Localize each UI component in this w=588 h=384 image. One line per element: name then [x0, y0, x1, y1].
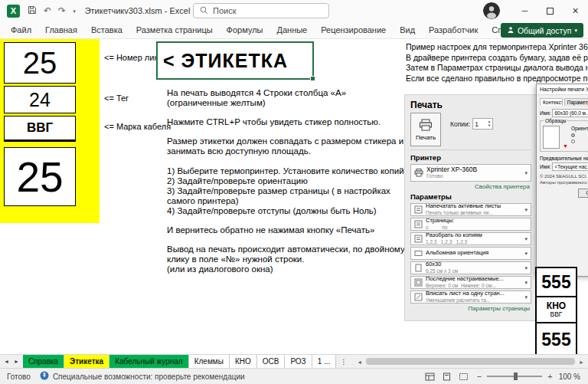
preset-select[interactable]: <Текущие нас...: [552, 162, 588, 171]
zoom-slider[interactable]: [487, 376, 542, 377]
close-button[interactable]: ×: [563, 0, 588, 21]
settings-section-label: Параметры: [410, 192, 531, 201]
dialog-tab-context[interactable]: Контекст: [540, 98, 563, 106]
label-preview-text: КНО: [547, 301, 566, 311]
cell-big-number[interactable]: 25: [4, 147, 76, 206]
orientation-radio[interactable]: [571, 133, 575, 137]
option-line2: Уменьшение расчитать та...: [426, 297, 505, 303]
page-setup-link[interactable]: Параметры страницы: [410, 305, 530, 312]
sheet-tab-kno[interactable]: КНО: [230, 355, 257, 368]
quick-access-toolbar: ↶ ↷ ▾: [28, 4, 76, 18]
horizontal-scrollbar[interactable]: ◄ ►: [355, 356, 586, 366]
print-option-collation[interactable]: Разобрать по копиям1,2,3 1,2,3 1,2,3 ▾: [410, 232, 531, 245]
paper-name-select[interactable]: 60x30 (60,0 м...: [552, 109, 588, 117]
ok-button[interactable]: ОК: [578, 189, 588, 198]
option-line2: Печать только активных ли...: [426, 210, 501, 215]
cell-line-number[interactable]: 25: [4, 42, 76, 84]
dialog-tab-page-setup[interactable]: Параметры стр...: [564, 98, 588, 106]
quick-access-chevron-icon[interactable]: ▾: [73, 8, 76, 14]
option-line1: 60x30: [426, 261, 458, 268]
sheet-tab-spravka[interactable]: Справка: [23, 355, 64, 368]
preset-name-label: Имя:: [540, 164, 550, 169]
share-button[interactable]: Общий доступ ▾: [501, 23, 583, 38]
tab-scroll-left-icon[interactable]: ◄: [4, 359, 9, 364]
sheet-tab-1[interactable]: 1 ...: [312, 355, 337, 368]
dialog-title: Настройки печати Xpr...: [537, 84, 588, 95]
print-option-pages[interactable]: Страницы:с по: [410, 218, 531, 231]
red-arrow-icon: ▼: [563, 143, 568, 149]
tab-scroll-right-icon[interactable]: ►: [14, 359, 19, 364]
option-line2: 1,2,3 1,2,3 1,2,3: [426, 239, 482, 245]
print-button-label: Печать: [416, 134, 436, 141]
sheet-tab-etiketka[interactable]: Этикетка: [64, 355, 109, 368]
more-sheets-icon[interactable]: ⋮: [336, 355, 351, 368]
chevron-down-icon: ▾: [524, 207, 528, 213]
ribbon-tab-insert[interactable]: Вставка: [84, 25, 129, 34]
share-icon: [507, 26, 514, 35]
orientation-radio[interactable]: [571, 139, 575, 143]
print-option-scaling[interactable]: Вписать лист на одну стран...Уменьшение …: [410, 290, 531, 304]
copies-stepper[interactable]: 1 ▲▼: [472, 118, 493, 130]
ribbon-tab-data[interactable]: Данные: [270, 25, 314, 34]
scroll-right-icon[interactable]: ►: [579, 359, 584, 364]
spin-down-icon[interactable]: ▼: [488, 124, 491, 128]
zoom-percentage[interactable]: 100 %: [557, 373, 588, 381]
sheet-tab-osv[interactable]: ОСВ: [257, 355, 286, 368]
chevron-down-icon: ▾: [524, 265, 528, 271]
maximize-button[interactable]: [537, 0, 563, 21]
printer-name: Xprinter XP-360B: [426, 166, 477, 174]
share-label: Общий доступ: [518, 26, 572, 35]
scrollbar-thumb[interactable]: [366, 358, 575, 365]
redo-icon[interactable]: ↷: [58, 6, 66, 15]
instructions-text: На печать выводятся 4 Строки столбца «А»…: [167, 88, 420, 284]
normal-view-button[interactable]: [422, 369, 439, 384]
window-title: Этикетчикv303.xlsm - Excel: [85, 6, 191, 15]
sheet-tab-klemmy[interactable]: Клеммы: [189, 355, 230, 368]
search-input[interactable]: Поиск: [193, 3, 329, 18]
avatar[interactable]: [483, 2, 500, 19]
option-line2: Верхнее: 0 см Нижнее: 0 см...: [426, 283, 504, 288]
accessibility-icon: [40, 371, 49, 382]
sheet-tab-roz[interactable]: РОЗ: [285, 355, 312, 368]
scroll-left-icon[interactable]: ◄: [357, 359, 362, 364]
print-option-orientation[interactable]: Альбомная ориентация ▾: [410, 247, 531, 260]
ribbon-tab-formulas[interactable]: Формулы: [220, 25, 270, 34]
note-line: В драйвере принтера создать бумагу, зада…: [406, 53, 588, 64]
printer-select[interactable]: Xprinter XP-360B Готово ▾: [410, 164, 531, 182]
cell-cable-brand[interactable]: ВВГ: [4, 116, 76, 142]
option-line1: Напечатать активные листы: [426, 203, 501, 210]
option-line1: Страницы:: [426, 218, 454, 225]
zoom-in-icon[interactable]: +: [547, 373, 552, 381]
page-layout-view-button[interactable]: [439, 369, 456, 384]
tab-scroll-nav: ◄ ►: [0, 355, 23, 368]
cell-tag[interactable]: 24: [4, 86, 76, 113]
save-icon[interactable]: [28, 4, 37, 18]
preset-label: Предварительные настр...: [540, 156, 588, 161]
divider: [410, 149, 531, 150]
print-option-what-to-print[interactable]: Напечатать активные листыПечать только а…: [410, 203, 531, 216]
print-button[interactable]: Печать: [410, 113, 441, 146]
print-option-paper-size[interactable]: 60x306,25 см х 3 см ▾: [410, 261, 531, 274]
zoom-slider-thumb[interactable]: [514, 373, 518, 380]
zoom-out-icon[interactable]: −: [477, 373, 482, 381]
ribbon-tab-developer[interactable]: Разработчик: [422, 25, 485, 34]
option-icon: [414, 261, 423, 275]
page-break-view-button[interactable]: [456, 369, 472, 384]
ribbon-tab-file[interactable]: Файл: [0, 25, 38, 34]
option-line1: Разобрать по копиям: [426, 232, 482, 239]
ribbon-tab-review[interactable]: Рецензирование: [314, 25, 393, 34]
printer-status: Готово: [426, 173, 477, 179]
ribbon-tab-view[interactable]: Вид: [393, 25, 422, 34]
ribbon-tab-home[interactable]: Главная: [38, 25, 84, 34]
search-icon: [200, 6, 208, 16]
minimize-button[interactable]: ─: [512, 0, 537, 21]
undo-icon[interactable]: ↶: [44, 6, 51, 15]
printer-properties-link[interactable]: Свойства принтера: [410, 183, 530, 190]
sheet-tab-cable-journal[interactable]: Кабельный журнал: [109, 355, 189, 368]
ribbon-tab-page-layout[interactable]: Разметка страницы: [129, 25, 220, 34]
etiketka-heading-cell[interactable]: < ЭТИКЕТКА: [156, 41, 314, 80]
instruction-paragraph: Вывод на печать происходит автоматически…: [167, 245, 420, 274]
print-option-margins[interactable]: Последние настраиваемые...Верхнее: 0 см …: [410, 276, 531, 289]
maximize-icon: [547, 8, 554, 15]
accessibility-checker[interactable]: Специальные возможности: проверьте реком…: [40, 371, 245, 382]
